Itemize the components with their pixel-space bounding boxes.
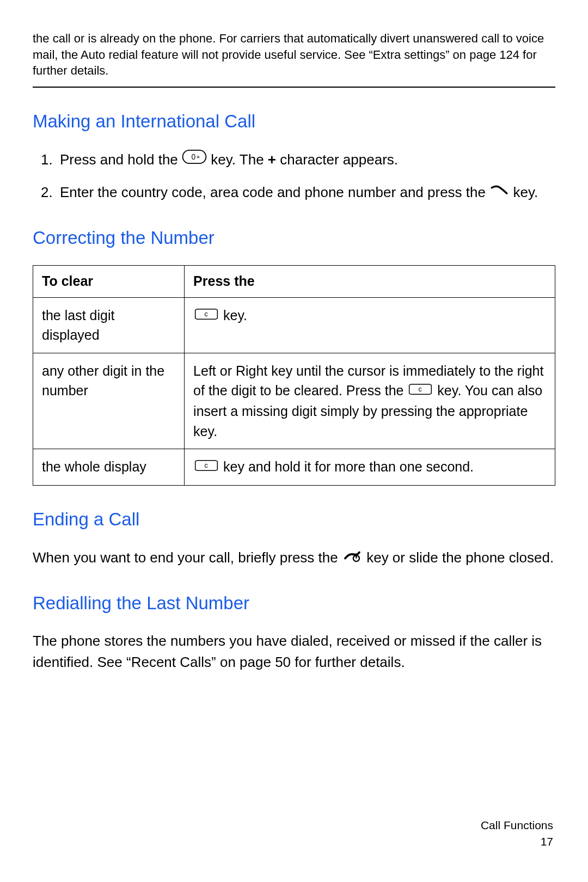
- send-key-icon: [489, 182, 509, 203]
- footer-page-number: 17: [481, 834, 553, 849]
- c-key-icon: [193, 305, 219, 325]
- top-carryover-note: the call or is already on the phone. For…: [33, 30, 555, 88]
- redial-text: The phone stores the numbers you have di…: [33, 630, 555, 673]
- plus-char: +: [268, 151, 276, 168]
- footer-section-name: Call Functions: [481, 817, 553, 833]
- cell-last-digit: the last digit displayed: [33, 298, 185, 353]
- intl-step2-text-b: key.: [513, 184, 538, 200]
- end-key-icon: [342, 547, 363, 568]
- intl-step-1: Press and hold the key. The + character …: [57, 149, 555, 171]
- intl-step1-text-a: Press and hold the: [60, 151, 182, 168]
- table-header-row: To clear Press the: [33, 266, 555, 298]
- page-footer: Call Functions 17: [481, 817, 553, 849]
- th-to-clear: To clear: [33, 266, 185, 298]
- table-row: any other digit in the number Left or Ri…: [33, 353, 555, 449]
- cell-any-digit: any other digit in the number: [33, 353, 185, 449]
- page: the call or is already on the phone. For…: [0, 0, 588, 882]
- intl-steps-list: Press and hold the key. The + character …: [33, 149, 555, 204]
- heading-correcting-number: Correcting the Number: [33, 226, 555, 250]
- cell-whole-display: the whole display: [33, 449, 185, 486]
- cell-text: key.: [219, 308, 247, 323]
- heading-international-call: Making an International Call: [33, 109, 555, 134]
- intl-step1-text-c: character appears.: [276, 151, 398, 168]
- table-row: the whole display key and hold it for mo…: [33, 449, 555, 486]
- c-key-icon: [193, 457, 219, 476]
- ending-text-a: When you want to end your call, briefly …: [33, 549, 342, 566]
- heading-redialling: Redialling the Last Number: [33, 591, 555, 616]
- heading-ending-call: Ending a Call: [33, 507, 555, 532]
- th-press-the: Press the: [185, 266, 555, 298]
- c-key-icon: [407, 381, 433, 400]
- correcting-table: To clear Press the the last digit displa…: [33, 265, 555, 486]
- intl-step-2: Enter the country code, area code and ph…: [57, 182, 555, 204]
- cell-text: key and hold it for more than one second…: [219, 459, 474, 474]
- table-row: the last digit displayed key.: [33, 298, 555, 353]
- zero-plus-key-icon: [182, 149, 207, 170]
- ending-text-b: key or slide the phone closed.: [366, 549, 554, 566]
- cell-last-digit-action: key.: [185, 298, 555, 353]
- cell-any-digit-action: Left or Right key until the cursor is im…: [185, 353, 555, 449]
- intl-step2-text-a: Enter the country code, area code and ph…: [60, 184, 489, 200]
- cell-whole-display-action: key and hold it for more than one second…: [185, 449, 555, 486]
- ending-call-text: When you want to end your call, briefly …: [33, 547, 555, 569]
- intl-step1-text-b: key. The: [211, 151, 268, 168]
